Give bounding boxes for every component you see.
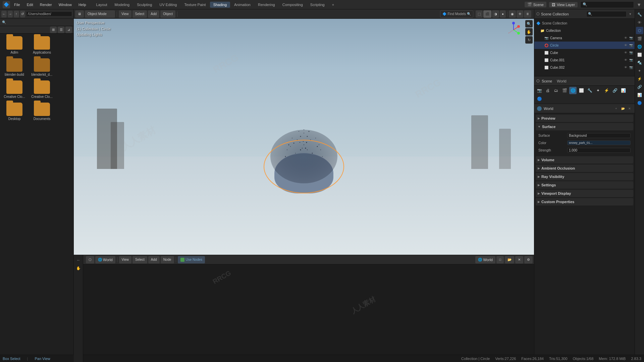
vi-scene[interactable]: 🎬 [636, 35, 643, 42]
outliner-row-scene-collection[interactable]: 🔷 Scene Collection [534, 19, 635, 27]
camera-vis-icon[interactable]: 👁 [623, 36, 628, 40]
nav-forward-btn[interactable]: → [8, 11, 13, 17]
prop-icon-data[interactable]: 📊 [620, 87, 627, 94]
node-canvas[interactable]: RRCG 人人素材 Te [74, 264, 534, 355]
node-new-btn[interactable]: □ [496, 256, 504, 263]
menu-window[interactable]: Window [56, 2, 74, 7]
prop-icon-physics[interactable]: ⚡ [603, 87, 610, 94]
circle-vis-icon[interactable]: 👁 [623, 43, 628, 48]
viewport-shading-render[interactable]: ● [500, 10, 506, 18]
preview-header[interactable]: ▶ Preview [536, 115, 633, 122]
prop-icon-particles[interactable]: ✦ [594, 87, 602, 94]
outliner-filter-btn[interactable]: ▼ [628, 12, 633, 16]
viewport-shading-wire[interactable]: ⬚ [476, 10, 483, 18]
menu-edit[interactable]: Edit [24, 2, 36, 7]
outliner-row-cube[interactable]: ⬜ Cube 👁 📷 [534, 49, 635, 56]
file-path-input[interactable] [26, 11, 72, 16]
filter-icon[interactable]: ▼ [637, 2, 641, 7]
node-close-btn[interactable]: ✕ [515, 256, 523, 263]
viewport-overlays-btn[interactable]: ◉ [509, 10, 516, 18]
world-close-btn[interactable]: ✕ [627, 106, 632, 111]
prop-icon-constraints[interactable]: 🔗 [611, 87, 619, 94]
object-mode-btn[interactable]: Object Mode [85, 10, 115, 18]
viewport-shading-mat[interactable]: ◑ [492, 10, 499, 18]
viewport-move[interactable]: ✋ [525, 28, 533, 36]
outliner-row-camera[interactable]: 📷 Camera 👁 📷 [534, 34, 635, 42]
tab-modeling[interactable]: Modeling [111, 2, 133, 8]
tab-add[interactable]: + [329, 2, 337, 8]
viewport-3d[interactable]: 🖥 Object Mode View Select Add Object 🔷 F… [74, 9, 534, 255]
prop-icon-material[interactable]: 🔵 [536, 95, 543, 103]
node-editor-type[interactable]: ⬡ [86, 256, 94, 263]
color-value[interactable]: snowy_park_01... [567, 140, 631, 145]
file-item-blenderkit[interactable]: blenderkit_d... [30, 58, 54, 76]
node-tools-1[interactable]: ↔ [75, 256, 82, 264]
viewport-shading-solid[interactable]: ⬛ [483, 10, 491, 18]
prop-icon-view-layer[interactable]: 🗂 [552, 87, 560, 94]
menu-render[interactable]: Render [37, 2, 55, 7]
ao-header[interactable]: ▶ Ambient Occlusion [536, 165, 633, 172]
viewport-rotate[interactable]: ↻ [525, 36, 533, 44]
viewport-display-header[interactable]: ▶ Viewport Display [536, 190, 633, 197]
cube001-render-icon[interactable]: 📷 [629, 58, 633, 62]
prop-icon-modifier[interactable]: 🔧 [586, 87, 593, 94]
nav-refresh-btn[interactable]: ↺ [20, 11, 25, 17]
object-btn[interactable]: Object [160, 10, 175, 18]
cube002-vis-icon[interactable]: 👁 [623, 65, 628, 70]
outliner-row-collection[interactable]: 📁 Collection [534, 27, 635, 34]
nav-back-btn[interactable]: ← [1, 11, 7, 17]
tab-scripting[interactable]: Scripting [307, 2, 328, 8]
node-settings-btn[interactable]: ⚙ [524, 256, 533, 263]
tab-texture-paint[interactable]: Texture Paint [181, 2, 209, 8]
volume-header[interactable]: ▶ Volume [536, 156, 633, 164]
vi-particles[interactable]: ✦ [636, 67, 643, 74]
filter-btn[interactable]: ☰ [58, 26, 64, 33]
surface-type-value[interactable]: Background [567, 133, 631, 138]
prop-icon-object[interactable]: ⬜ [578, 87, 585, 94]
vi-active[interactable]: ⬡ [636, 27, 643, 34]
select-btn[interactable]: Select [132, 10, 147, 18]
cube002-render-icon[interactable]: 📷 [629, 65, 633, 70]
world-browse-btn[interactable]: 📂 [621, 106, 625, 111]
sort-btn[interactable]: ⊿ [65, 26, 72, 33]
file-item-applications[interactable]: Applications [30, 36, 54, 54]
viewport-zoom-in[interactable]: 🔍 [525, 20, 533, 27]
editor-type-btn[interactable]: 🖥 [75, 10, 84, 18]
cube-render-icon[interactable]: 📷 [629, 50, 633, 55]
file-item-blender-build[interactable]: blender-build [3, 58, 26, 76]
strength-value[interactable]: 1.000 [567, 148, 631, 153]
prop-icon-output[interactable]: 🖨 [544, 87, 551, 94]
file-item-creative-1[interactable]: Creative Clo... [3, 80, 26, 99]
outliner-search[interactable]: 🔍 [586, 11, 627, 17]
add-btn[interactable]: Add [148, 10, 159, 18]
outliner-row-cube001[interactable]: ⬜ Cube.001 👁 📷 [534, 56, 635, 64]
node-world-selector[interactable]: 🌐 World [475, 256, 495, 263]
tab-sculpting[interactable]: Sculpting [133, 2, 155, 8]
viewport-gizmos-btn[interactable]: ✛ [517, 10, 523, 18]
tab-animation[interactable]: Animation [231, 2, 254, 8]
tab-compositing[interactable]: Compositing [279, 2, 306, 8]
vi-object[interactable]: ⬜ [636, 51, 643, 58]
node-view-btn[interactable]: View [119, 256, 132, 263]
cube-vis-icon[interactable]: 👁 [623, 50, 628, 55]
node-open-btn[interactable]: 📂 [505, 256, 514, 263]
prop-icon-render[interactable]: 📷 [536, 87, 543, 94]
file-item-desktop[interactable]: Desktop [3, 103, 26, 121]
outliner-row-cube002[interactable]: ⬜ Cube.002 👁 📷 [534, 64, 635, 71]
vi-view[interactable]: 👁 [636, 19, 643, 26]
view-btn[interactable]: View [119, 10, 131, 18]
vi-data[interactable]: 📊 [636, 91, 643, 99]
vi-world[interactable]: 🌐 [636, 43, 643, 50]
viewport-hide-btn[interactable]: ⏸ [524, 10, 531, 18]
search-bar[interactable]: 🔍 [580, 1, 634, 8]
vi-physics[interactable]: ⚡ [636, 75, 643, 82]
use-nodes-toggle[interactable]: Use Nodes [178, 256, 205, 263]
file-item-creative-2[interactable]: Creative Clo... [30, 80, 54, 99]
outliner-row-circle[interactable]: ⭕ Circle 👁 📷 [534, 42, 635, 49]
tab-layout[interactable]: Layout [93, 2, 111, 8]
prop-icon-scene[interactable]: 🎬 [561, 87, 568, 94]
surface-header[interactable]: ▼ Surface [536, 123, 633, 130]
orientation-gizmo[interactable] [505, 21, 522, 38]
vi-material[interactable]: 🔵 [636, 99, 643, 107]
circle-render-icon[interactable]: 📷 [629, 43, 633, 48]
